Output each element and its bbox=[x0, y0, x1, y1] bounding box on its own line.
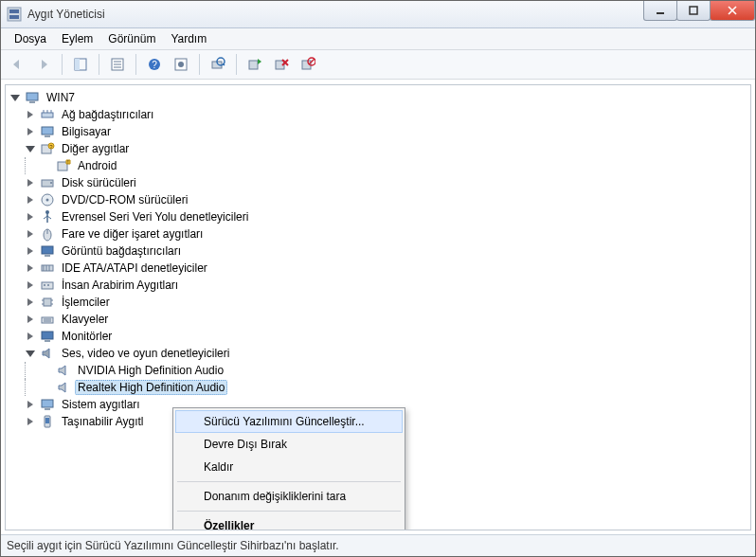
computer-icon bbox=[40, 124, 55, 139]
expander-icon[interactable] bbox=[25, 399, 36, 410]
menu-help[interactable]: Yardım bbox=[163, 30, 214, 47]
svg-point-42 bbox=[50, 182, 52, 184]
svg-rect-68 bbox=[42, 332, 53, 339]
expander-icon[interactable] bbox=[25, 211, 36, 223]
update-driver-button[interactable] bbox=[243, 52, 267, 77]
context-menu-separator bbox=[177, 481, 401, 482]
ctx-uninstall[interactable]: Kaldır bbox=[175, 456, 403, 478]
dvd-cdrom-icon bbox=[40, 192, 55, 207]
tree-label: Sistem aygıtları bbox=[59, 397, 143, 412]
tree-node-root[interactable]: WIN7 bbox=[9, 89, 747, 106]
expander-icon[interactable] bbox=[25, 262, 36, 274]
hid-icon bbox=[40, 278, 55, 293]
maximize-button[interactable] bbox=[676, 1, 711, 21]
svg-rect-20 bbox=[249, 61, 258, 69]
tree-label: Taşınabilir Aygıtl bbox=[59, 414, 147, 429]
audio-device-icon bbox=[56, 363, 71, 378]
toolbar-separator bbox=[199, 54, 200, 75]
svg-rect-4 bbox=[690, 7, 697, 14]
svg-rect-69 bbox=[45, 340, 50, 342]
expander-icon[interactable] bbox=[9, 92, 21, 103]
context-menu: Sürücü Yazılımını Güncelleştir... Devre … bbox=[172, 407, 405, 530]
tree-node-hid[interactable]: İnsan Arabirim Aygıtları bbox=[9, 277, 747, 294]
tree-node-nvidia-audio[interactable]: NVIDIA High Definition Audio bbox=[9, 362, 747, 379]
tree-node-display-adapters[interactable]: Görüntü bağdaştırıcıları bbox=[9, 243, 747, 260]
back-button[interactable] bbox=[5, 52, 29, 77]
audio-device-icon bbox=[56, 380, 71, 395]
device-manager-window: Aygıt Yöneticisi Dosya Eylem Görünüm Yar… bbox=[0, 0, 756, 557]
expander-icon[interactable] bbox=[25, 331, 36, 342]
expander-icon[interactable] bbox=[25, 143, 36, 154]
tree-node-mice[interactable]: Fare ve diğer işaret aygıtları bbox=[9, 225, 747, 243]
expander-icon[interactable] bbox=[25, 245, 36, 257]
close-button[interactable] bbox=[710, 1, 755, 21]
toolbar-separator bbox=[135, 54, 136, 75]
tree-label: DVD/CD-ROM sürücüleri bbox=[59, 192, 190, 207]
tree-node-other-devices[interactable]: ? Diğer aygıtlar bbox=[9, 140, 747, 157]
tree-node-network-adapters[interactable]: Ağ bağdaştırıcıları bbox=[9, 106, 747, 123]
svg-rect-51 bbox=[42, 246, 53, 254]
expander-icon[interactable] bbox=[25, 279, 36, 291]
usb-controllers-icon bbox=[40, 209, 55, 225]
tree-node-ide-atapi[interactable]: IDE ATA/ATAPI denetleyiciler bbox=[9, 260, 747, 277]
device-tree[interactable]: WIN7 Ağ bağdaştırıcıları Bilgisayar ? Di… bbox=[5, 84, 751, 530]
scan-hardware-button[interactable] bbox=[206, 52, 230, 77]
tree-node-keyboards[interactable]: Klavyeler bbox=[9, 311, 747, 328]
tree-label: Disk sürücüleri bbox=[59, 175, 139, 190]
tree-label: Ağ bağdaştırıcıları bbox=[59, 107, 156, 122]
tree-label: IDE ATA/ATAPI denetleyiciler bbox=[59, 261, 210, 276]
svg-rect-2 bbox=[9, 15, 19, 19]
expander-icon[interactable] bbox=[25, 348, 36, 359]
expander-icon[interactable] bbox=[25, 296, 36, 308]
ide-atapi-icon bbox=[40, 261, 55, 276]
expander-icon[interactable] bbox=[25, 194, 36, 206]
content-area: WIN7 Ağ bağdaştırıcıları Bilgisayar ? Di… bbox=[1, 80, 755, 534]
expander-icon[interactable] bbox=[25, 314, 36, 325]
svg-rect-60 bbox=[44, 298, 51, 306]
expander-icon[interactable] bbox=[25, 126, 36, 137]
properties-button[interactable] bbox=[105, 52, 130, 77]
tree-node-sound-video-game[interactable]: Ses, video ve oyun denetleyicileri bbox=[9, 345, 747, 362]
tree-node-usb-controllers[interactable]: Evrensel Seri Veri Yolu denetleyicileri bbox=[9, 208, 747, 225]
action-button[interactable] bbox=[169, 52, 193, 77]
menu-action[interactable]: Eylem bbox=[54, 30, 100, 47]
minimize-button[interactable] bbox=[643, 1, 677, 21]
uninstall-button[interactable] bbox=[269, 52, 294, 77]
expander-icon[interactable] bbox=[25, 416, 36, 427]
unknown-device-icon: ! bbox=[56, 158, 71, 173]
forward-button[interactable] bbox=[31, 52, 56, 77]
tree-label: Monitörler bbox=[59, 329, 115, 344]
svg-point-59 bbox=[47, 284, 49, 286]
help-button[interactable]: ? bbox=[142, 52, 167, 77]
ctx-scan-hardware[interactable]: Donanım değişikliklerini tara bbox=[175, 485, 403, 508]
expander-icon[interactable] bbox=[25, 109, 36, 120]
ctx-disable[interactable]: Devre Dışı Bırak bbox=[175, 433, 403, 456]
statusbar: Seçili aygıt için Sürücü Yazılımını Günc… bbox=[1, 534, 755, 556]
tree-node-monitors[interactable]: Monitörler bbox=[9, 328, 747, 345]
show-hide-tree-button[interactable] bbox=[68, 52, 93, 77]
expander-icon[interactable] bbox=[25, 177, 36, 189]
tree-node-disk-drives[interactable]: Disk sürücüleri bbox=[9, 174, 747, 191]
expander-icon[interactable] bbox=[25, 228, 36, 240]
tree-node-android[interactable]: ! Android bbox=[9, 157, 747, 174]
other-devices-icon: ? bbox=[40, 141, 55, 156]
tree-node-realtek-audio[interactable]: Realtek High Definition Audio bbox=[9, 379, 747, 396]
tree-label: Fare ve diğer işaret aygıtları bbox=[59, 226, 206, 242]
toolbar-separator bbox=[62, 54, 63, 75]
tree-label: Diğer aygıtlar bbox=[59, 141, 132, 156]
svg-rect-3 bbox=[657, 12, 664, 14]
disable-button[interactable] bbox=[296, 52, 320, 77]
tree-node-dvd-cdrom[interactable]: DVD/CD-ROM sürücüleri bbox=[9, 191, 747, 208]
toolbar-separator bbox=[99, 54, 99, 75]
context-menu-separator bbox=[177, 511, 401, 512]
svg-rect-52 bbox=[45, 255, 50, 257]
svg-point-44 bbox=[46, 199, 49, 202]
menu-file[interactable]: Dosya bbox=[7, 30, 54, 47]
tree-node-computer[interactable]: Bilgisayar bbox=[9, 123, 747, 140]
ctx-properties[interactable]: Özellikler bbox=[175, 514, 403, 530]
ctx-update-driver[interactable]: Sürücü Yazılımını Güncelleştir... bbox=[175, 410, 403, 433]
tree-node-processors[interactable]: İşlemciler bbox=[9, 294, 747, 311]
tree-label: WIN7 bbox=[44, 90, 78, 105]
tree-label: Görüntü bağdaştırıcıları bbox=[59, 243, 184, 259]
menu-view[interactable]: Görünüm bbox=[100, 30, 163, 47]
